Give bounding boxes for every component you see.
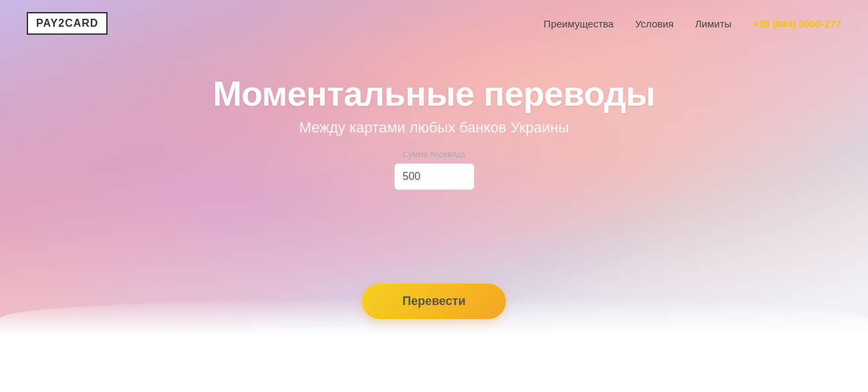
nav-limits[interactable]: Лимиты	[695, 18, 732, 29]
transfer-button-area: Перевести	[0, 268, 868, 319]
header: PAY2CARD Преимущества Условия Лимиты +38…	[0, 0, 868, 47]
logo[interactable]: PAY2CARD	[27, 12, 108, 35]
navigation: Преимущества Условия Лимиты +38 (044) 30…	[544, 18, 841, 29]
hero-section: Моментальные переводы Между картами любы…	[0, 47, 868, 150]
nav-conditions[interactable]: Условия	[635, 18, 674, 29]
transfer-button[interactable]: Перевести	[362, 284, 505, 319]
amount-section: Сумма перевода	[378, 150, 490, 190]
hero-title: Моментальные переводы	[0, 74, 868, 114]
amount-input[interactable]	[394, 163, 474, 190]
phone-number[interactable]: +38 (044) 3000-277	[753, 18, 841, 29]
amount-label: Сумма перевода	[403, 150, 466, 159]
nav-advantages[interactable]: Преимущества	[544, 18, 614, 29]
hero-subtitle: Между картами любых банков Украины	[0, 119, 868, 136]
